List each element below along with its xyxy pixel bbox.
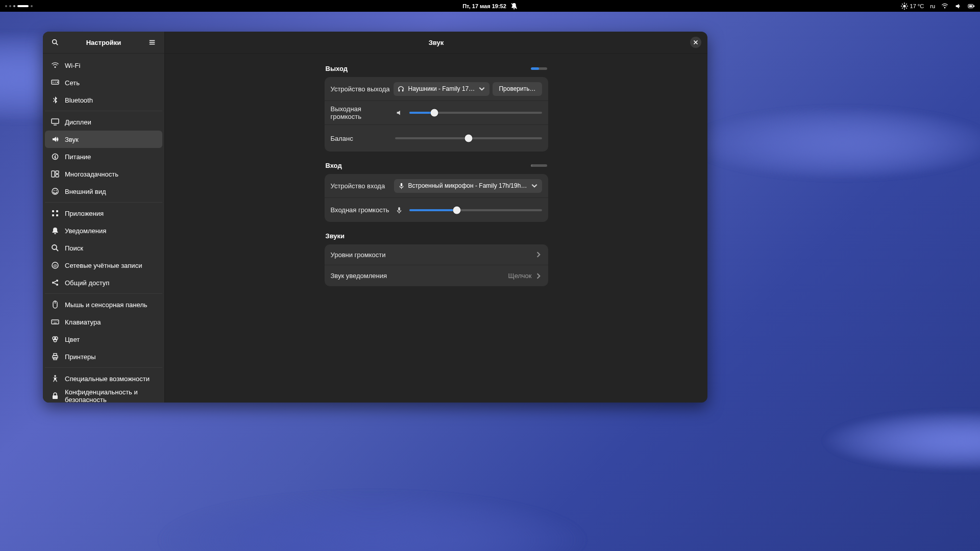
- hamburger-icon: [149, 39, 156, 46]
- microphone-icon: [398, 183, 405, 189]
- sidebar-item-online[interactable]: @Сетевые учётные записи: [45, 257, 162, 274]
- topbar-center[interactable]: Пт, 17 мая 19:52: [462, 3, 518, 10]
- output-card: Устройство выхода Наушники - Family 17h/…: [325, 77, 548, 152]
- sidebar-item-notif[interactable]: Уведомления: [45, 222, 162, 239]
- output-level-meter: [531, 67, 547, 70]
- output-device-dropdown[interactable]: Наушники - Family 17h/19…: [394, 82, 489, 96]
- input-device-dropdown[interactable]: Встроенный микрофон - Family 17h/19h HD …: [394, 179, 542, 193]
- topbar-datetime: Пт, 17 мая 19:52: [462, 3, 506, 9]
- input-level-meter: [531, 164, 547, 167]
- svg-rect-53: [398, 207, 400, 210]
- settings-window: Настройки Wi-FiСетьBluetoothДисплеиЗвукП…: [43, 32, 707, 403]
- sidebar-header: Настройки: [43, 32, 164, 54]
- svg-line-32: [56, 249, 58, 251]
- chevron-right-icon: [535, 251, 542, 258]
- sidebar-item-share[interactable]: Общий доступ: [45, 274, 162, 291]
- activities-corner[interactable]: [5, 5, 33, 7]
- chevron-down-icon: [478, 85, 485, 92]
- close-button[interactable]: [690, 37, 701, 48]
- sidebar-item-label: Внешний вид: [65, 188, 106, 195]
- svg-point-12: [53, 40, 57, 44]
- test-output-button[interactable]: Проверить…: [493, 82, 542, 96]
- balance-slider[interactable]: [395, 134, 542, 142]
- sidebar-item-net[interactable]: Сеть: [45, 74, 162, 91]
- input-volume-label: Входная громкость: [331, 206, 391, 214]
- sidebar-item-label: Поиск: [65, 244, 83, 252]
- output-volume-label: Выходная громкость: [331, 105, 391, 120]
- input-device-value: Встроенный микрофон - Family 17h/19h HD …: [408, 182, 527, 189]
- sidebar-item-label: Приложения: [65, 210, 104, 217]
- sidebar-item-label: Wi-Fi: [65, 62, 80, 69]
- sidebar-item-privacy[interactable]: Конфиденциальность и безопасность: [45, 387, 162, 403]
- appearance-icon: [51, 187, 59, 195]
- svg-point-35: [52, 282, 54, 284]
- input-volume-slider[interactable]: [409, 206, 542, 214]
- sidebar-item-label: Специальные возможности: [65, 375, 150, 383]
- svg-rect-28: [56, 210, 58, 212]
- svg-text:@: @: [53, 263, 57, 268]
- sidebar-item-power[interactable]: Питание: [45, 148, 162, 165]
- balance-label: Баланс: [331, 135, 391, 142]
- sidebar-item-sound[interactable]: Звук: [45, 131, 162, 148]
- sidebar-item-a11y[interactable]: Специальные возможности: [45, 370, 162, 387]
- svg-point-15: [53, 82, 54, 83]
- sidebar-list: Wi-FiСетьBluetoothДисплеиЗвукПитаниеМног…: [43, 54, 164, 403]
- svg-rect-46: [54, 358, 57, 360]
- volume-levels-row[interactable]: Уровни громкости: [325, 244, 548, 265]
- sidebar-item-label: Многозадачность: [65, 170, 118, 178]
- wifi-icon: [51, 61, 59, 69]
- sidebar-item-multitask[interactable]: Многозадачность: [45, 165, 162, 183]
- svg-point-47: [54, 375, 56, 377]
- sidebar-item-search[interactable]: Поиск: [45, 239, 162, 257]
- input-device-label: Устройство входа: [331, 182, 391, 190]
- svg-rect-49: [399, 89, 400, 91]
- speaker-low-icon: [395, 109, 403, 116]
- content-pane: Звук Выход Устройство выхода: [165, 32, 707, 403]
- alert-sound-label: Звук уведомления: [331, 272, 387, 280]
- svg-rect-21: [52, 171, 55, 177]
- svg-rect-40: [52, 320, 59, 324]
- multitask-icon: [51, 170, 59, 178]
- sidebar-item-bt[interactable]: Bluetooth: [45, 91, 162, 109]
- svg-rect-29: [52, 214, 54, 216]
- sidebar-item-label: Звук: [65, 136, 79, 143]
- notif-icon: [51, 227, 59, 235]
- alert-sound-row[interactable]: Звук уведомления Щелчок: [325, 265, 548, 286]
- alert-sound-value: Щелчок: [508, 272, 532, 280]
- sidebar-item-wifi[interactable]: Wi-Fi: [45, 57, 162, 74]
- sidebar-item-appearance[interactable]: Внешний вид: [45, 183, 162, 200]
- chevron-right-icon: [535, 272, 542, 280]
- sidebar-item-label: Клавиатура: [65, 318, 101, 326]
- sidebar-item-apps[interactable]: Приложения: [45, 205, 162, 222]
- svg-rect-45: [54, 354, 57, 356]
- kb-icon: [51, 318, 59, 326]
- sound-icon: [51, 135, 59, 143]
- hamburger-button[interactable]: [146, 36, 158, 48]
- topbar: Пт, 17 мая 19:52 17 °C ru: [0, 0, 743, 12]
- sidebar-item-label: Мышь и сенсорная панель: [65, 301, 148, 309]
- sidebar-item-label: Bluetooth: [65, 96, 93, 104]
- bt-icon: [51, 96, 59, 104]
- share-icon: [51, 279, 59, 287]
- svg-rect-17: [57, 82, 58, 83]
- sidebar-title: Настройки: [61, 39, 146, 46]
- sidebar-item-print[interactable]: Принтеры: [45, 348, 162, 365]
- sidebar-item-label: Принтеры: [65, 353, 96, 361]
- output-device-value: Наушники - Family 17h/19…: [408, 85, 475, 92]
- svg-point-37: [56, 284, 58, 286]
- content-body: Выход Устройство выхода Наушники - Famil…: [165, 54, 707, 403]
- sidebar-item-display[interactable]: Дисплеи: [45, 113, 162, 131]
- svg-rect-50: [402, 89, 403, 91]
- sidebar-item-kb[interactable]: Клавиатура: [45, 313, 162, 331]
- search-button[interactable]: [49, 36, 61, 48]
- svg-rect-23: [56, 174, 59, 177]
- sidebar-item-label: Сетевые учётные записи: [65, 262, 142, 269]
- output-volume-slider[interactable]: [409, 109, 542, 117]
- power-icon: [51, 153, 59, 161]
- svg-point-25: [54, 190, 55, 191]
- sidebar-item-color[interactable]: Цвет: [45, 331, 162, 348]
- sidebar-item-label: Уведомления: [65, 227, 106, 235]
- sidebar-item-mouse[interactable]: Мышь и сенсорная панель: [45, 296, 162, 313]
- sounds-section-label: Звуки: [326, 232, 345, 240]
- mouse-icon: [51, 300, 59, 309]
